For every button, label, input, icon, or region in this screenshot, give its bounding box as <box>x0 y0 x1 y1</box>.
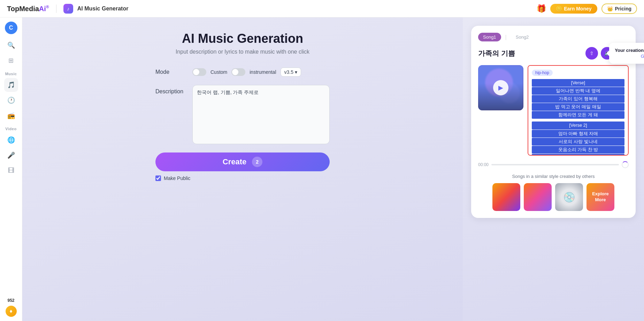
sidebar-music-label: Music <box>5 72 17 76</box>
coin-button[interactable]: ♦ <box>6 306 17 317</box>
avatar: C <box>5 22 17 34</box>
instrumental-toggle[interactable] <box>231 68 245 76</box>
lyric-line-7: 엄마 아빠 형제 자매 <box>532 130 624 138</box>
coin-icon: 🪙 <box>556 6 562 11</box>
description-input[interactable] <box>192 85 330 144</box>
instrumental-label: instrumental <box>250 69 276 75</box>
similar-item-1[interactable] <box>492 183 520 211</box>
song-tabs: Song1 | Song2 <box>478 33 629 41</box>
sidebar-item-clock[interactable]: 🕐 <box>4 93 18 107</box>
lyric-line-5: 함께라면 모든 게 돼 <box>532 111 624 119</box>
chevron-down-icon: ▾ <box>295 69 297 75</box>
pricing-button[interactable]: 👑 Pricing <box>601 3 637 14</box>
time-display: 00:00 <box>478 162 489 167</box>
description-row: Description <box>155 85 330 144</box>
explore-button[interactable]: Explore More <box>586 183 614 211</box>
custom-toggle[interactable] <box>192 68 206 76</box>
lyrics-section: [Verse] 일어나면 반짝 내 옆에 가족이 있어 행복해 밥 먹고 웃어 … <box>532 79 624 156</box>
genre-tag: hip-hop <box>532 70 553 76</box>
page-title: AI Music Generation <box>182 31 303 46</box>
sidebar-video-label: Video <box>5 127 16 131</box>
audio-button[interactable]: 🔊 Your creation history is here! Got it <box>601 47 613 60</box>
create-label: Create <box>223 157 246 166</box>
credits-count: 952 <box>7 298 14 303</box>
loading-spinner <box>622 161 629 168</box>
generator-panel: AI Music Generation Input description or… <box>22 17 463 321</box>
similar-grid: 💿 Explore More <box>478 183 629 211</box>
sidebar-bottom: 952 ♦ <box>6 298 17 317</box>
progress-bar[interactable] <box>491 164 619 165</box>
song-title: 가족의 기쁨 <box>478 49 515 58</box>
lyric-line-8: 서로의 사랑 빛나네 <box>532 138 624 146</box>
content-area: AI Music Generation Input description or… <box>22 17 644 321</box>
tooltip-title: Your creation history is here! <box>615 48 644 53</box>
got-it-button[interactable]: Got it <box>615 54 644 59</box>
share-button[interactable]: ⇧ <box>585 47 598 60</box>
version-select[interactable]: v3.5 ▾ <box>281 68 301 77</box>
sidebar-item-music[interactable]: 🎵 <box>4 78 18 92</box>
player-card: Song1 | Song2 가족의 기쁨 ⇧ 🔊 You <box>471 26 636 218</box>
sidebar-item-globe[interactable]: 🌐 <box>4 133 18 147</box>
make-public-checkbox[interactable] <box>155 175 161 181</box>
lyric-line-6: [Verse 2] <box>532 122 624 129</box>
song-thumbnail: ▶ <box>478 65 523 110</box>
mode-controls: Custom instrumental v3.5 ▾ <box>192 68 330 77</box>
create-button[interactable]: Create 2 <box>155 152 330 171</box>
make-public-label: Make Public <box>164 175 190 181</box>
song2-tab[interactable]: Song2 <box>511 33 534 41</box>
lyric-line-1: [Verse] <box>532 79 624 87</box>
sidebar-item-grid[interactable]: ⊞ <box>4 54 18 68</box>
create-section: Create 2 Make Public <box>155 152 330 181</box>
app-icon: ♪ <box>63 4 73 14</box>
mode-row: Mode Custom instrumental v3.5 ▾ <box>155 68 330 77</box>
app-title: AI Music Generator <box>77 6 129 12</box>
tooltip-arrow <box>606 50 609 56</box>
lyrics-box: hip-hop [Verse] 일어나면 반짝 내 옆에 가족이 있어 행복해 … <box>528 65 629 156</box>
lyric-line-10: 우리는 함께니까 <box>532 154 624 156</box>
nav-divider <box>56 5 56 13</box>
lyric-line-2: 일어나면 반짝 내 옆에 <box>532 87 624 95</box>
lyric-line-4: 밥 먹고 웃어 매일 매일 <box>532 103 624 111</box>
tab-divider: | <box>505 34 507 40</box>
sidebar: C 🔍 ⊞ Music 🎵 🕐 📻 Video 🌐 🎤 🎞 952 ♦ <box>0 17 22 321</box>
description-label: Description <box>155 85 187 95</box>
lyric-line-9: 웃음소리 가득 찬 방 <box>532 146 624 154</box>
main-layout: C 🔍 ⊞ Music 🎵 🕐 📻 Video 🌐 🎤 🎞 952 ♦ AI M… <box>0 17 644 321</box>
tooltip-bubble: Your creation history is here! Got it <box>609 43 644 64</box>
song-title-row: 가족의 기쁨 ⇧ 🔊 Your creation history is here… <box>478 47 629 60</box>
player-panel: Song1 | Song2 가족의 기쁨 ⇧ 🔊 You <box>463 17 644 321</box>
sidebar-item-search[interactable]: 🔍 <box>4 38 18 52</box>
mode-label: Mode <box>155 69 187 75</box>
play-button[interactable]: ▶ <box>493 80 508 95</box>
top-navigation: TopMediaAi® ♪ AI Music Generator 🎁 🪙 Ear… <box>0 0 644 17</box>
song-content-area: ▶ hip-hop [Verse] 일어나면 반짝 내 옆에 가족이 있어 행복… <box>478 65 629 156</box>
lyric-line-3: 가족이 있어 행복해 <box>532 95 624 103</box>
sidebar-item-radio[interactable]: 📻 <box>4 109 18 123</box>
earn-money-button[interactable]: 🪙 Earn Money <box>550 4 597 14</box>
song1-tab[interactable]: Song1 <box>478 33 501 41</box>
sidebar-item-mic[interactable]: 🎤 <box>4 148 18 162</box>
custom-label: Custom <box>210 69 227 75</box>
create-count: 2 <box>252 157 262 167</box>
similar-section: Songs in a similar style created by othe… <box>478 174 629 211</box>
similar-item-2[interactable] <box>524 183 552 211</box>
progress-row: 00:00 <box>478 161 629 168</box>
crown-icon: 👑 <box>607 6 613 11</box>
similar-item-3[interactable]: 💿 <box>555 183 583 211</box>
similar-label: Songs in a similar style created by othe… <box>478 174 629 179</box>
sidebar-item-film[interactable]: 🎞 <box>4 164 18 178</box>
make-public-row: Make Public <box>155 175 330 181</box>
gift-icon[interactable]: 🎁 <box>537 4 546 13</box>
logo-text: TopMediaAi® <box>7 5 49 13</box>
page-subtitle: Input description or lyrics to make musi… <box>176 49 309 55</box>
